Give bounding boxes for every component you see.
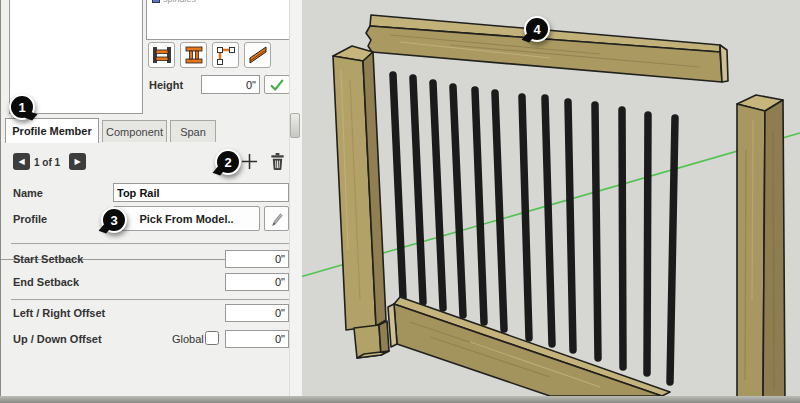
pick-from-model-button[interactable]: Pick From Model.. [113, 206, 260, 231]
member-pager: 1 of 1 [34, 157, 60, 168]
trash-icon [269, 152, 286, 171]
rail-section-button[interactable] [180, 42, 207, 68]
delete-member-button[interactable] [267, 151, 287, 171]
check-icon [269, 78, 285, 92]
height-input[interactable] [201, 75, 260, 94]
pencil-icon [269, 211, 285, 227]
rail-side-button[interactable] [148, 42, 175, 68]
global-checkbox[interactable] [205, 331, 219, 345]
callout-3: 3 [101, 207, 127, 233]
profile-label: Profile [13, 213, 47, 225]
next-arrow-icon: ▶ [74, 157, 80, 166]
ud-offset-label: Up / Down Offset [13, 333, 102, 345]
add-member-button[interactable] [240, 152, 259, 171]
member-item-icon [152, 0, 160, 3]
start-setback-label: Start Setback [13, 253, 83, 265]
global-label: Global [172, 333, 204, 345]
end-setback-label: End Setback [13, 276, 79, 288]
section-divider [11, 243, 291, 244]
name-label: Name [13, 187, 43, 199]
callout-1: 1 [9, 94, 35, 120]
rail-side-icon [151, 44, 173, 66]
lr-offset-label: Left / Right Offset [13, 307, 105, 319]
callout-2: 2 [215, 149, 241, 175]
next-member-button[interactable]: ▶ [69, 153, 86, 170]
plus-icon [241, 153, 258, 170]
member-list[interactable]: spindles [146, 0, 293, 40]
member-item-label: spindles [163, 0, 196, 4]
member-list-item[interactable]: spindles [152, 0, 196, 4]
tab-profile-member[interactable]: Profile Member [5, 118, 99, 143]
corner-path-icon [215, 44, 237, 66]
tab-bar: Profile Member Component Span [1, 118, 301, 142]
tab-span[interactable]: Span [170, 120, 216, 142]
edit-profile-button[interactable] [264, 206, 289, 231]
end-setback-input[interactable] [225, 273, 289, 291]
confirm-height-button[interactable] [264, 75, 290, 94]
prev-arrow-icon: ◀ [18, 157, 24, 166]
height-label: Height [149, 79, 183, 91]
callout-4: 4 [524, 16, 550, 42]
panel-scrollbar-thumb[interactable] [290, 113, 300, 138]
lr-offset-input[interactable] [225, 304, 289, 322]
sloped-rail-icon [247, 44, 269, 66]
rail-section-icon [183, 44, 205, 66]
tab-component[interactable]: Component [102, 120, 167, 142]
window-bottom-edge [0, 396, 800, 403]
corner-path-button[interactable] [212, 42, 239, 68]
ud-offset-input[interactable] [225, 330, 289, 348]
profile-builder-dialog: spindles Height [0, 0, 300, 396]
right-post[interactable] [737, 95, 785, 402]
panel-scrollbar-track[interactable] [289, 0, 302, 396]
start-setback-input[interactable] [225, 250, 289, 268]
prev-member-button[interactable]: ◀ [13, 153, 30, 170]
model-viewport[interactable] [300, 0, 800, 403]
sloped-rail-button[interactable] [244, 42, 271, 68]
name-input[interactable] [113, 183, 289, 202]
section-divider [11, 299, 291, 300]
